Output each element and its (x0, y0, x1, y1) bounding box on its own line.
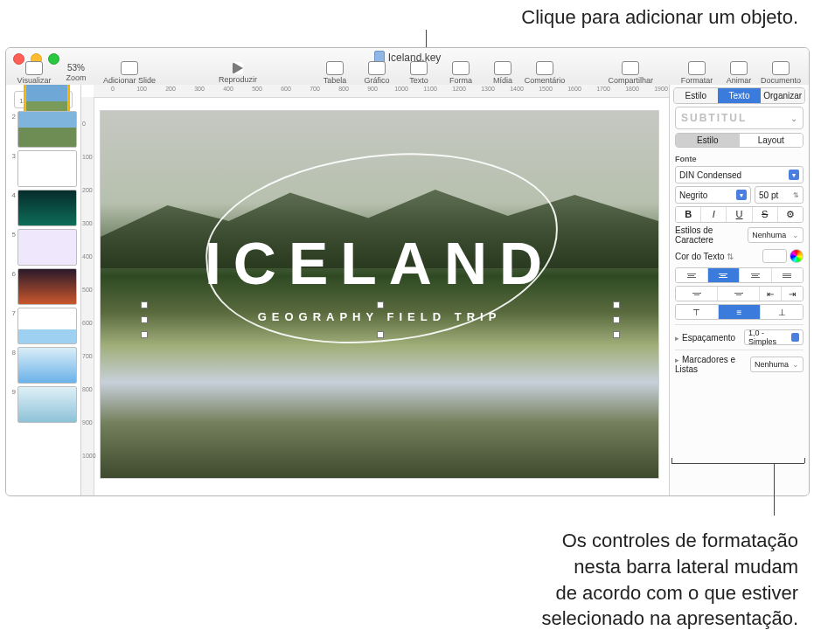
slide-thumb-7[interactable]: 7 (9, 308, 78, 344)
resize-handle[interactable] (141, 301, 148, 308)
slide-thumb-8[interactable]: 8 (9, 347, 78, 384)
bold-button[interactable]: B (676, 207, 701, 222)
valign-top-button[interactable]: ⊤ (676, 305, 719, 319)
slide-thumb-9[interactable]: 9 (9, 386, 78, 423)
titlebar: Iceland.key Visualizar 53%Zoom Adicionar… (6, 48, 809, 86)
share-button[interactable]: Compartilhar (608, 61, 653, 85)
tab-arrange[interactable]: Organizar (761, 88, 804, 103)
animate-button[interactable]: Animar (718, 61, 760, 85)
resize-handle[interactable] (141, 316, 148, 323)
format-inspector: Estilo Texto Organizar SUBTITUL ⌄ Estilo… (669, 85, 809, 495)
spacing-label: Espaçamento (682, 333, 735, 343)
font-weight-select[interactable]: Negrito▾ (675, 186, 751, 204)
media-icon (494, 61, 511, 75)
font-family-value: DIN Condensed (679, 170, 741, 180)
resize-handle[interactable] (613, 331, 620, 338)
stepper-icon: ⇅ (793, 191, 799, 199)
resize-handle[interactable] (377, 331, 384, 338)
media-button[interactable]: Mídia (482, 61, 524, 85)
slide[interactable]: ICELAND GEOGRAPHY FIELD TRIP (101, 111, 658, 478)
slide-thumb-6[interactable]: 6 (9, 268, 78, 305)
indent-button[interactable]: ⇥ (782, 287, 803, 301)
valign-middle-button[interactable]: ≡ (719, 305, 762, 319)
underline-button[interactable]: U (727, 207, 752, 222)
align-justify-button[interactable] (772, 268, 804, 282)
chart-button[interactable]: Gráfico (356, 61, 398, 85)
color-wheel-icon[interactable] (790, 249, 804, 263)
view-button[interactable]: Visualizar (13, 61, 55, 85)
slide-thumb-image (17, 386, 77, 423)
slide-canvas-area[interactable]: 0100200300400500600700800900100011001200… (81, 85, 669, 495)
spacing-select[interactable]: 1,0 - Simples (744, 329, 804, 345)
font-style-buttons[interactable]: B I U S ⚙︎ (675, 206, 804, 223)
slide-thumb-image (17, 308, 77, 344)
inspector-tabs[interactable]: Estilo Texto Organizar (673, 87, 805, 104)
align-center-button[interactable] (708, 268, 741, 282)
callout-bottom: Os controles de formatação nesta barra l… (541, 528, 798, 632)
slide-thumb-2[interactable]: 2 (9, 111, 78, 148)
text-label: Texto (409, 76, 428, 85)
zoom-button[interactable]: 53%Zoom (55, 63, 97, 82)
app-window: Iceland.key Visualizar 53%Zoom Adicionar… (5, 47, 810, 496)
comment-label: Comentário (525, 76, 566, 85)
selection-box[interactable] (144, 305, 616, 335)
resize-handle[interactable] (613, 316, 620, 323)
format-button[interactable]: Formatar (676, 61, 718, 85)
paragraph-style-label: SUBTITUL (681, 112, 747, 124)
horizontal-align-2[interactable]: ⇤ ⇥ (675, 286, 804, 301)
add-slide-button[interactable]: Adicionar Slide (97, 61, 162, 85)
align-right-button[interactable] (740, 268, 772, 282)
text-icon (410, 61, 428, 75)
align-auto-left-button[interactable] (676, 287, 718, 301)
animate-label: Animar (727, 76, 752, 85)
document-button[interactable]: Documento (760, 61, 802, 85)
document-icon-btn (772, 61, 790, 75)
slide-thumb-4[interactable]: 4 (9, 190, 78, 226)
font-size-value: 50 pt (759, 190, 778, 200)
slide-thumb-image (17, 150, 77, 187)
slide-thumb-image (17, 347, 77, 384)
vertical-align[interactable]: ⊤ ≡ ⊥ (675, 304, 804, 320)
font-family-select[interactable]: DIN Condensed▾ (675, 166, 804, 184)
horizontal-align[interactable] (675, 267, 804, 283)
character-styles-select[interactable]: Nenhuma⌄ (748, 227, 804, 243)
resize-handle[interactable] (377, 301, 384, 308)
subtab-layout[interactable]: Layout (740, 134, 804, 147)
dropdown-icon (791, 333, 799, 342)
slide-navigator[interactable]: 1 2 3 4 5 6 7 8 9 (6, 85, 81, 495)
shape-button[interactable]: Forma (440, 61, 482, 85)
spacing-disclosure[interactable]: ▸Espaçamento 1,0 - Simples (675, 324, 804, 345)
format-label: Formatar (681, 76, 713, 85)
outdent-button[interactable]: ⇤ (760, 287, 782, 301)
comment-button[interactable]: Comentário (524, 61, 566, 85)
paragraph-style-selector[interactable]: SUBTITUL ⌄ (675, 107, 804, 129)
callout-bracket-bottom-l (671, 458, 672, 463)
slide-title[interactable]: ICELAND (101, 229, 658, 297)
table-button[interactable]: Tabela (314, 61, 356, 85)
dropdown-icon: ▾ (736, 190, 747, 200)
bullets-disclosure[interactable]: ▸Marcadores e Listas Nenhuma⌄ (675, 350, 804, 374)
font-size-stepper[interactable]: 50 pt⇅ (755, 186, 804, 204)
advanced-button[interactable]: ⚙︎ (778, 207, 803, 222)
text-button[interactable]: Texto (398, 61, 440, 85)
text-subtabs[interactable]: Estilo Layout (675, 133, 804, 148)
slide-thumb-5[interactable]: 5 (9, 229, 78, 266)
slide-thumb-1[interactable]: 1 (14, 91, 73, 108)
bullets-select[interactable]: Nenhuma⌄ (750, 357, 804, 372)
valign-bottom-button[interactable]: ⊥ (761, 305, 803, 319)
align-left-button[interactable] (676, 268, 708, 282)
tab-text[interactable]: Texto (718, 88, 762, 103)
italic-button[interactable]: I (701, 207, 727, 222)
resize-handle[interactable] (613, 301, 620, 308)
callout-top: Clique para adicionar um objeto. (521, 4, 798, 31)
align-auto-right-button[interactable] (718, 287, 760, 301)
text-color-swatch[interactable] (762, 249, 787, 263)
play-button[interactable]: Reproduzir (205, 62, 270, 84)
subtab-style[interactable]: Estilo (676, 134, 740, 147)
slide-number: 4 (9, 190, 16, 199)
resize-handle[interactable] (141, 331, 148, 338)
character-styles-value: Nenhuma (752, 231, 786, 239)
tab-style[interactable]: Estilo (674, 88, 718, 103)
strike-button[interactable]: S (753, 207, 778, 222)
slide-thumb-3[interactable]: 3 (9, 150, 78, 187)
